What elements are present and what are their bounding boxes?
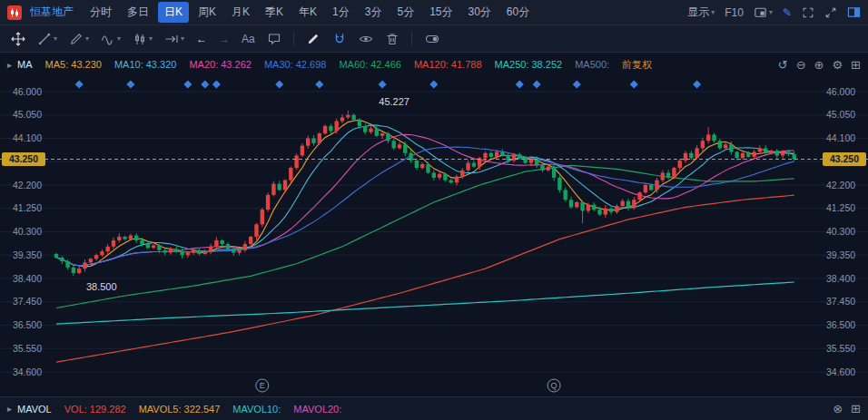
window-layout-icon [754, 5, 767, 19]
tab-timeshare[interactable]: 分时 [84, 2, 118, 23]
ma-pane-title: MA [17, 59, 33, 70]
tab-quarter-k[interactable]: 季K [259, 2, 290, 23]
chevron-down-icon: ▾ [85, 34, 89, 43]
svg-text:Q: Q [551, 381, 557, 390]
ma-legend-row: ▸ MA MA5: 43.230 MA10: 43.320 MA20: 43.2… [0, 53, 868, 76]
refresh-icon[interactable]: ↺ [778, 58, 788, 72]
ma500-label: MA500: [575, 59, 609, 70]
svg-text:37.450: 37.450 [13, 296, 42, 307]
svg-text:43.250: 43.250 [9, 153, 38, 164]
bottom-markers: EQ [256, 379, 560, 392]
svg-text:36.500: 36.500 [13, 319, 42, 330]
svg-text:38.400: 38.400 [13, 273, 42, 284]
tab-15min[interactable]: 15分 [423, 2, 459, 23]
svg-text:40.300: 40.300 [826, 226, 855, 237]
svg-text:45.227: 45.227 [379, 96, 409, 107]
tab-day-k[interactable]: 日K [158, 2, 189, 23]
chevron-down-icon: ▾ [769, 8, 773, 16]
tab-1min[interactable]: 1分 [326, 2, 356, 23]
chevron-down-icon: ▾ [149, 34, 153, 43]
grid-lines [0, 92, 868, 372]
toolbar-divider [293, 32, 294, 45]
magnet-tool[interactable] [332, 32, 347, 46]
gear-icon[interactable]: ⚙ [832, 58, 843, 72]
trash-tool[interactable] [385, 32, 399, 46]
ma-lines [56, 120, 794, 362]
svg-text:42.200: 42.200 [13, 180, 42, 190]
volume-legend-row: ▸ MAVOL VOL: 129.282 MAVOL5: 322.547 MAV… [0, 396, 868, 420]
display-menu[interactable]: 显示 ▾ [687, 5, 715, 20]
ma5-value: MA5: 43.230 [45, 59, 102, 70]
sidebar-split-icon[interactable] [847, 5, 861, 19]
svg-text:45.050: 45.050 [826, 109, 855, 120]
tab-month-k[interactable]: 月K [225, 2, 256, 23]
expand-icon[interactable] [802, 6, 814, 19]
tab-60min[interactable]: 60分 [500, 2, 536, 23]
ma30-value: MA30: 42.698 [264, 59, 327, 70]
tab-3min[interactable]: 3分 [359, 2, 389, 23]
zoom-out-icon[interactable]: ⊖ [796, 58, 806, 72]
svg-text:45.050: 45.050 [13, 109, 42, 120]
chevron-down-icon: ▾ [711, 8, 715, 16]
chevron-down-icon: ▾ [54, 34, 57, 43]
svg-text:39.350: 39.350 [826, 249, 855, 260]
toolbar-divider [411, 32, 412, 45]
svg-text:38.400: 38.400 [826, 273, 855, 284]
grid-layout-icon[interactable]: ⊞ [851, 58, 861, 72]
app-logo-icon[interactable] [7, 5, 22, 20]
drawing-toolbar: ▾ ▾ ▾ ▾ ▾ ← → Aa [0, 25, 868, 53]
close-pane-icon[interactable]: ⊗ [833, 402, 843, 415]
chart-header-icons: ↺ ⊖ ⊕ ⚙ ⊞ [778, 58, 861, 72]
brush-tool[interactable]: ▾ [69, 32, 89, 46]
svg-text:34.600: 34.600 [826, 366, 855, 377]
text-tool[interactable]: Aa [242, 33, 255, 45]
top-toolbar-right: 显示 ▾ F10 ▾ ✎ [687, 5, 861, 20]
vol-pane-title: MAVOL [17, 404, 52, 415]
comment-tool[interactable] [267, 32, 281, 46]
tab-multi-day[interactable]: 多日 [121, 2, 155, 23]
svg-text:39.350: 39.350 [13, 249, 42, 260]
ma10-value: MA10: 43.320 [114, 59, 177, 70]
vol-pane-collapse-icon[interactable]: ▸ [7, 404, 12, 414]
undo-arrow-icon[interactable]: ← [196, 33, 207, 45]
window-layout-menu[interactable]: ▾ [754, 5, 773, 19]
drawings-toggle[interactable] [424, 32, 440, 46]
tab-week-k[interactable]: 周K [192, 2, 222, 23]
mavol20-label: MAVOL20: [293, 404, 341, 415]
wave-tool[interactable]: ▾ [101, 32, 121, 46]
svg-text:41.250: 41.250 [826, 202, 855, 213]
ma-pane-collapse-icon[interactable]: ▸ [7, 60, 12, 70]
svg-text:44.100: 44.100 [13, 132, 42, 143]
pattern-tool[interactable]: ▾ [133, 32, 153, 46]
move-tool[interactable] [11, 32, 25, 46]
ma-line-MA250 [56, 282, 794, 324]
vol-value: VOL: 129.282 [64, 404, 126, 415]
mavol10-label: MAVOL10: [232, 404, 281, 415]
svg-text:44.100: 44.100 [826, 132, 855, 143]
stock-chart-window: 恒基地产 分时 多日 日K 周K 月K 季K 年K 1分 3分 5分 15分 3… [0, 0, 868, 420]
ma-line-MA10 [56, 125, 794, 266]
symbol-name[interactable]: 恒基地产 [30, 5, 74, 20]
f10-button[interactable]: F10 [725, 6, 744, 19]
svg-text:E: E [260, 381, 265, 390]
svg-text:35.550: 35.550 [13, 343, 42, 354]
grid-icon[interactable]: ⊞ [851, 402, 861, 415]
svg-text:38.500: 38.500 [86, 281, 117, 292]
marker-pen-tool[interactable] [306, 32, 321, 46]
chevron-down-icon: ▾ [181, 34, 184, 43]
svg-text:41.250: 41.250 [13, 202, 42, 213]
redo-arrow-icon[interactable]: → [219, 33, 230, 45]
tab-30min[interactable]: 30分 [462, 2, 498, 23]
fullscreen-icon[interactable] [824, 6, 837, 19]
measure-tool[interactable]: ▾ [164, 32, 184, 46]
adjust-mode-dropdown[interactable]: 前复权 [622, 58, 652, 72]
eye-tool[interactable] [359, 32, 373, 46]
draw-pen-icon[interactable]: ✎ [783, 6, 792, 19]
tab-5min[interactable]: 5分 [390, 2, 420, 23]
display-menu-label: 显示 [687, 5, 709, 20]
candlestick-chart[interactable]: 46.00046.00045.05045.05044.10044.10042.2… [0, 76, 868, 396]
zoom-in-icon[interactable]: ⊕ [814, 58, 824, 72]
tab-year-k[interactable]: 年K [292, 2, 323, 23]
svg-text:46.000: 46.000 [13, 86, 42, 97]
trend-line-tool[interactable]: ▾ [37, 32, 57, 46]
